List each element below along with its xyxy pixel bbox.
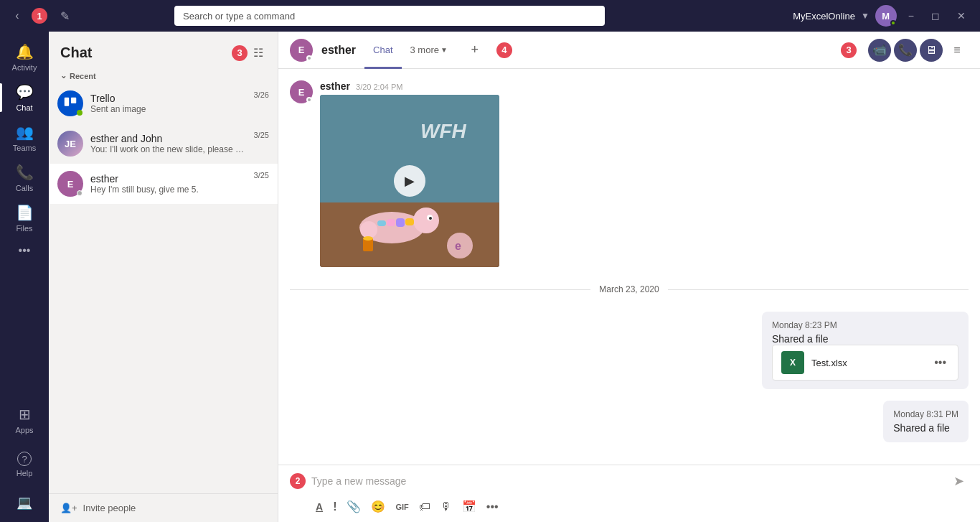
chat-item-esther-john[interactable]: JE esther and John You: I'll work on the… — [49, 123, 278, 164]
chat-content: E esther Chat 3 more ▼ + 4 3 📹 — [278, 32, 980, 522]
trello-chat-info: Trello Sent an image — [90, 93, 247, 114]
avatar[interactable]: M — [875, 5, 897, 27]
message-avatar-esther: E — [290, 80, 313, 103]
giphy-button[interactable]: GIF — [391, 500, 413, 514]
chat-header-avatar: E — [290, 39, 313, 62]
account-dropdown-icon[interactable]: ▼ — [861, 11, 870, 21]
invite-people-button[interactable]: 👤+ Invite people — [49, 493, 278, 522]
sidebar-item-teams[interactable]: 👥 Teams — [0, 118, 49, 158]
sidebar-label-calls: Calls — [16, 184, 33, 192]
date-line-left — [290, 289, 590, 290]
apps-icon: ⊞ — [19, 406, 31, 423]
important-button[interactable]: ! — [329, 498, 341, 516]
message-bubble-1: Monday 8:23 PM Shared a file X Test.xlsx… — [762, 312, 969, 389]
svg-text:e: e — [455, 240, 461, 252]
input-row: 2 ➤ — [290, 471, 969, 491]
chat-panel-actions: 3 ☷ — [232, 43, 266, 62]
more-options-button[interactable]: ≡ — [946, 39, 969, 62]
compose-button[interactable]: ✎ — [55, 6, 75, 26]
file-more-button[interactable]: ••• — [931, 355, 949, 370]
nav-back-button[interactable]: ‹ — [9, 7, 26, 24]
bubble-text-1: Shared a file — [772, 333, 958, 345]
more-tools-button[interactable]: ••• — [482, 498, 503, 516]
sidebar-label-files: Files — [16, 224, 32, 233]
emoji-button[interactable]: 😊 — [367, 497, 390, 516]
close-button[interactable]: ✕ — [951, 10, 971, 22]
screen-share-button[interactable]: 🖥 — [920, 39, 943, 62]
message-group-outgoing-1: Monday 8:23 PM Shared a file X Test.xlsx… — [290, 312, 969, 389]
svg-rect-9 — [377, 220, 386, 226]
header-actions: 📹 📞 🖥 ≡ — [868, 39, 969, 62]
svg-rect-10 — [387, 219, 395, 226]
svg-point-15 — [363, 236, 373, 241]
esther-preview: Hey I'm still busy, give me 5. — [90, 185, 247, 195]
play-button[interactable]: ▶ — [394, 165, 425, 197]
chat-panel: Chat 3 ☷ ⌄ Recent Trello Sent an image — [49, 32, 278, 522]
screen-share-icon: 🖥 — [925, 44, 937, 57]
maximize-button[interactable]: ◻ — [925, 10, 946, 22]
esther-name: esther — [90, 173, 247, 185]
chat-badge-5: 3 — [232, 45, 248, 61]
activity-icon: 🔔 — [16, 43, 34, 60]
svg-rect-12 — [405, 218, 414, 225]
sidebar-item-more[interactable]: ••• — [0, 238, 49, 264]
message-sender: esther — [320, 80, 350, 92]
format-button[interactable]: A — [311, 498, 327, 516]
minimize-button[interactable]: − — [903, 10, 920, 22]
message-input[interactable] — [311, 471, 943, 491]
teams-icon: 👥 — [16, 123, 34, 141]
video-call-button[interactable]: 📹 — [868, 39, 891, 62]
online-status-dot — [890, 20, 896, 26]
message-image[interactable]: WFH — [320, 95, 499, 267]
trello-status-dot — [77, 110, 83, 116]
attach-button[interactable]: 📎 — [342, 497, 365, 516]
sidebar-item-chat[interactable]: 💬 Chat — [0, 78, 49, 118]
chat-item-esther[interactable]: E esther Hey I'm still busy, give me 5. … — [49, 164, 278, 204]
invite-label: Invite people — [83, 503, 136, 513]
sidebar-item-files[interactable]: 📄 Files — [0, 198, 49, 238]
chat-item-trello[interactable]: Trello Sent an image 3/26 — [49, 83, 278, 123]
schedule-button[interactable]: 📅 — [458, 497, 481, 516]
message-content-incoming: esther 3/20 2:04 PM WF — [320, 80, 969, 267]
search-bar[interactable]: Search or type a command — [174, 6, 605, 26]
je-name: esther and John — [90, 133, 247, 144]
meet-button[interactable]: 🎙 — [436, 498, 456, 516]
svg-rect-0 — [65, 98, 69, 106]
filter-button[interactable]: ☷ — [250, 43, 266, 62]
message-input-area: 2 ➤ A ! 📎 😊 GIF 🏷 🎙 📅 ••• — [278, 465, 980, 522]
bubble-meta-1: Monday 8:23 PM — [772, 320, 958, 330]
message-bubble-2: Monday 8:31 PM Shared a file — [883, 401, 969, 442]
chat-avatar-esther: E — [57, 171, 83, 197]
header-status-dot — [306, 55, 312, 61]
sidebar-label-help: Help — [17, 469, 33, 477]
sidebar-item-calls[interactable]: 📞 Calls — [0, 158, 49, 198]
sticker-button[interactable]: 🏷 — [415, 498, 435, 516]
svg-point-8 — [429, 217, 432, 220]
chat-avatar-trello — [57, 90, 83, 116]
svg-point-13 — [360, 221, 377, 238]
bubble-meta-2: Monday 8:31 PM — [893, 409, 958, 419]
trello-preview: Sent an image — [90, 104, 247, 114]
add-tab-button[interactable]: + — [465, 40, 485, 60]
audio-call-button[interactable]: 📞 — [894, 39, 917, 62]
titlebar-right: MyExcelOnline ▼ M − ◻ ✕ — [793, 5, 971, 27]
phone-icon: 📞 — [898, 43, 913, 57]
account-name: MyExcelOnline — [793, 11, 855, 22]
message-meta: esther 3/20 2:04 PM — [320, 80, 969, 92]
message-group-incoming: E esther 3/20 2:04 PM — [290, 80, 969, 267]
file-attachment: X Test.xlsx ••• — [772, 345, 958, 381]
chevron-down-icon: ▼ — [440, 46, 448, 54]
tab-chat[interactable]: Chat — [364, 32, 401, 69]
sidebar-item-activity[interactable]: 🔔 Activity — [0, 37, 49, 78]
recent-label: ⌄ Recent — [49, 68, 278, 83]
sidebar-item-device[interactable]: 💻 — [0, 489, 49, 516]
chat-list: Trello Sent an image 3/26 JE esther and … — [49, 83, 278, 493]
invite-icon: 👤+ — [60, 503, 77, 513]
search-placeholder: Search or type a command — [183, 11, 295, 22]
date-divider: March 23, 2020 — [290, 279, 969, 300]
tab-more[interactable]: 3 more ▼ — [402, 32, 456, 69]
files-icon: 📄 — [16, 204, 34, 221]
sidebar-item-apps[interactable]: ⊞ Apps — [0, 400, 49, 440]
sidebar-item-help[interactable]: ? Help — [0, 446, 49, 483]
send-button[interactable]: ➤ — [948, 471, 969, 491]
